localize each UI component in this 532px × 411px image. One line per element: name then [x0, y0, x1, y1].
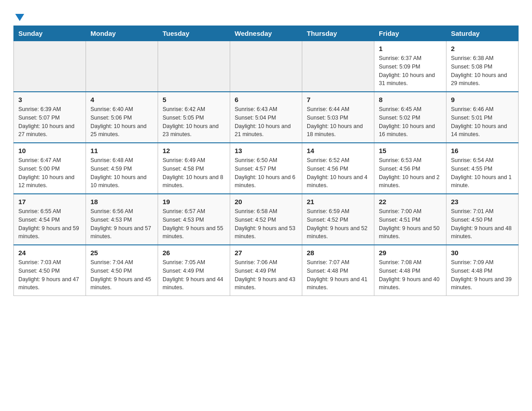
- calendar-cell: 29Sunrise: 7:08 AMSunset: 4:48 PMDayligh…: [374, 245, 446, 296]
- calendar-cell: 26Sunrise: 7:05 AMSunset: 4:49 PMDayligh…: [158, 245, 230, 296]
- day-number: 1: [379, 45, 442, 52]
- day-info: Sunrise: 7:09 AMSunset: 4:48 PMDaylight:…: [451, 258, 514, 292]
- day-number: 7: [307, 96, 369, 103]
- calendar-week-row: 24Sunrise: 7:03 AMSunset: 4:50 PMDayligh…: [14, 245, 519, 296]
- day-number: 17: [18, 198, 81, 206]
- day-info: Sunrise: 6:48 AMSunset: 4:59 PMDaylight:…: [90, 156, 153, 190]
- day-info: Sunrise: 6:47 AMSunset: 5:00 PMDaylight:…: [18, 156, 81, 190]
- day-info: Sunrise: 7:08 AMSunset: 4:48 PMDaylight:…: [379, 258, 442, 292]
- day-info: Sunrise: 6:42 AMSunset: 5:05 PMDaylight:…: [163, 105, 225, 139]
- day-info: Sunrise: 6:40 AMSunset: 5:06 PMDaylight:…: [90, 105, 153, 139]
- calendar-cell: 28Sunrise: 7:07 AMSunset: 4:48 PMDayligh…: [302, 245, 374, 296]
- day-number: 13: [235, 147, 297, 154]
- calendar-cell: [158, 41, 230, 92]
- day-number: 8: [379, 96, 442, 103]
- day-info: Sunrise: 6:39 AMSunset: 5:07 PMDaylight:…: [18, 105, 81, 139]
- day-info: Sunrise: 6:46 AMSunset: 5:01 PMDaylight:…: [451, 105, 514, 139]
- day-info: Sunrise: 7:03 AMSunset: 4:50 PMDaylight:…: [18, 258, 81, 292]
- calendar-table: SundayMondayTuesdayWednesdayThursdayFrid…: [13, 26, 519, 296]
- calendar-cell: 3Sunrise: 6:39 AMSunset: 5:07 PMDaylight…: [14, 92, 86, 143]
- calendar-cell: 9Sunrise: 6:46 AMSunset: 5:01 PMDaylight…: [446, 92, 519, 143]
- day-number: 23: [451, 198, 514, 206]
- weekday-header-wednesday: Wednesday: [230, 26, 302, 41]
- calendar-cell: 18Sunrise: 6:56 AMSunset: 4:53 PMDayligh…: [86, 194, 158, 245]
- logo: [13, 11, 24, 21]
- day-number: 21: [307, 198, 369, 206]
- day-info: Sunrise: 6:37 AMSunset: 5:09 PMDaylight:…: [379, 54, 442, 88]
- day-number: 16: [451, 147, 514, 154]
- calendar-cell: 20Sunrise: 6:58 AMSunset: 4:52 PMDayligh…: [230, 194, 302, 245]
- day-info: Sunrise: 6:38 AMSunset: 5:08 PMDaylight:…: [451, 54, 514, 88]
- calendar-cell: 23Sunrise: 7:01 AMSunset: 4:50 PMDayligh…: [446, 194, 519, 245]
- day-number: 6: [235, 96, 297, 103]
- day-number: 19: [163, 198, 225, 206]
- calendar-cell: 24Sunrise: 7:03 AMSunset: 4:50 PMDayligh…: [14, 245, 86, 296]
- day-info: Sunrise: 6:45 AMSunset: 5:02 PMDaylight:…: [379, 105, 442, 139]
- calendar-cell: 25Sunrise: 7:04 AMSunset: 4:50 PMDayligh…: [86, 245, 158, 296]
- day-number: 29: [379, 249, 442, 257]
- day-info: Sunrise: 6:57 AMSunset: 4:53 PMDaylight:…: [163, 207, 225, 241]
- day-number: 10: [18, 147, 81, 154]
- calendar-cell: [86, 41, 158, 92]
- calendar-cell: 1Sunrise: 6:37 AMSunset: 5:09 PMDaylight…: [374, 41, 446, 92]
- day-info: Sunrise: 6:44 AMSunset: 5:03 PMDaylight:…: [307, 105, 369, 139]
- calendar-cell: [14, 41, 86, 92]
- day-info: Sunrise: 6:49 AMSunset: 4:58 PMDaylight:…: [163, 156, 225, 190]
- day-info: Sunrise: 7:01 AMSunset: 4:50 PMDaylight:…: [451, 207, 514, 241]
- day-number: 15: [379, 147, 442, 154]
- day-number: 3: [18, 96, 81, 103]
- calendar-week-row: 1Sunrise: 6:37 AMSunset: 5:09 PMDaylight…: [14, 41, 519, 92]
- calendar-cell: 8Sunrise: 6:45 AMSunset: 5:02 PMDaylight…: [374, 92, 446, 143]
- day-number: 14: [307, 147, 369, 154]
- calendar-week-row: 17Sunrise: 6:55 AMSunset: 4:54 PMDayligh…: [14, 194, 519, 245]
- day-info: Sunrise: 7:06 AMSunset: 4:49 PMDaylight:…: [235, 258, 297, 292]
- weekday-header-saturday: Saturday: [446, 26, 519, 41]
- calendar-cell: 19Sunrise: 6:57 AMSunset: 4:53 PMDayligh…: [158, 194, 230, 245]
- day-number: 25: [90, 249, 153, 257]
- calendar-week-row: 3Sunrise: 6:39 AMSunset: 5:07 PMDaylight…: [14, 92, 519, 143]
- day-number: 28: [307, 249, 369, 257]
- calendar-cell: 10Sunrise: 6:47 AMSunset: 5:00 PMDayligh…: [14, 143, 86, 194]
- day-number: 27: [235, 249, 297, 257]
- calendar-cell: 16Sunrise: 6:54 AMSunset: 4:55 PMDayligh…: [446, 143, 519, 194]
- day-info: Sunrise: 6:50 AMSunset: 4:57 PMDaylight:…: [235, 156, 297, 190]
- day-number: 30: [451, 249, 514, 257]
- day-number: 4: [90, 96, 153, 103]
- day-info: Sunrise: 7:07 AMSunset: 4:48 PMDaylight:…: [307, 258, 369, 292]
- weekday-header-tuesday: Tuesday: [158, 26, 230, 41]
- calendar-cell: 14Sunrise: 6:52 AMSunset: 4:56 PMDayligh…: [302, 143, 374, 194]
- weekday-header-friday: Friday: [374, 26, 446, 41]
- day-info: Sunrise: 7:05 AMSunset: 4:49 PMDaylight:…: [163, 258, 225, 292]
- day-info: Sunrise: 6:54 AMSunset: 4:55 PMDaylight:…: [451, 156, 514, 190]
- calendar-cell: 5Sunrise: 6:42 AMSunset: 5:05 PMDaylight…: [158, 92, 230, 143]
- calendar-cell: 11Sunrise: 6:48 AMSunset: 4:59 PMDayligh…: [86, 143, 158, 194]
- weekday-header-sunday: Sunday: [14, 26, 86, 41]
- calendar-cell: 17Sunrise: 6:55 AMSunset: 4:54 PMDayligh…: [14, 194, 86, 245]
- calendar-cell: [230, 41, 302, 92]
- day-number: 24: [18, 249, 81, 257]
- calendar-cell: [302, 41, 374, 92]
- page-header: [13, 9, 519, 21]
- day-number: 2: [451, 45, 514, 52]
- day-number: 12: [163, 147, 225, 154]
- day-info: Sunrise: 7:04 AMSunset: 4:50 PMDaylight:…: [90, 258, 153, 292]
- calendar-cell: 12Sunrise: 6:49 AMSunset: 4:58 PMDayligh…: [158, 143, 230, 194]
- calendar-week-row: 10Sunrise: 6:47 AMSunset: 5:00 PMDayligh…: [14, 143, 519, 194]
- calendar-cell: 21Sunrise: 6:59 AMSunset: 4:52 PMDayligh…: [302, 194, 374, 245]
- calendar-cell: 22Sunrise: 7:00 AMSunset: 4:51 PMDayligh…: [374, 194, 446, 245]
- day-info: Sunrise: 6:43 AMSunset: 5:04 PMDaylight:…: [235, 105, 297, 139]
- day-number: 20: [235, 198, 297, 206]
- weekday-header-monday: Monday: [86, 26, 158, 41]
- day-number: 22: [379, 198, 442, 206]
- day-info: Sunrise: 7:00 AMSunset: 4:51 PMDaylight:…: [379, 207, 442, 241]
- day-info: Sunrise: 6:56 AMSunset: 4:53 PMDaylight:…: [90, 207, 153, 241]
- day-info: Sunrise: 6:53 AMSunset: 4:56 PMDaylight:…: [379, 156, 442, 190]
- calendar-cell: 15Sunrise: 6:53 AMSunset: 4:56 PMDayligh…: [374, 143, 446, 194]
- calendar-cell: 4Sunrise: 6:40 AMSunset: 5:06 PMDaylight…: [86, 92, 158, 143]
- day-number: 26: [163, 249, 225, 257]
- logo-triangle-icon: [15, 14, 24, 21]
- calendar-cell: 7Sunrise: 6:44 AMSunset: 5:03 PMDaylight…: [302, 92, 374, 143]
- day-number: 9: [451, 96, 514, 103]
- day-info: Sunrise: 6:52 AMSunset: 4:56 PMDaylight:…: [307, 156, 369, 190]
- calendar-cell: 6Sunrise: 6:43 AMSunset: 5:04 PMDaylight…: [230, 92, 302, 143]
